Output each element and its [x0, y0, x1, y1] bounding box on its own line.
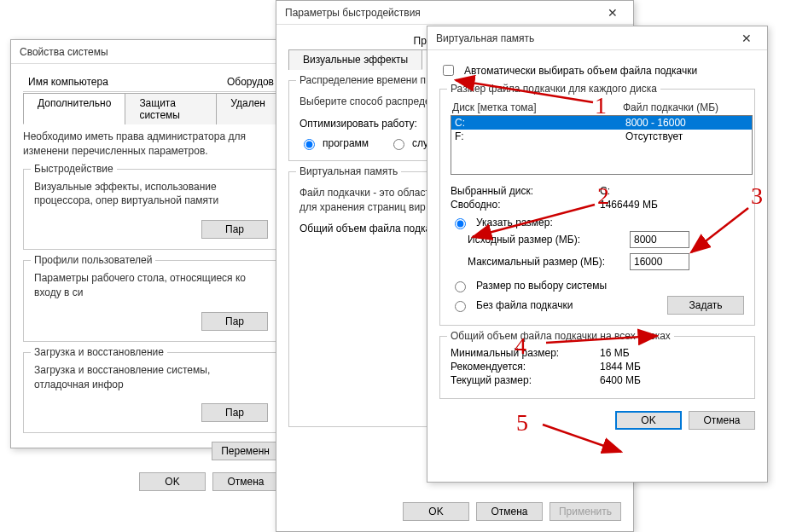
performance-desc: Визуальные эффекты, использование процес… [34, 180, 268, 209]
label-hardware: Оборудов [227, 76, 274, 88]
totals-group: Общий объем файла подкачки на всех диска… [439, 336, 755, 399]
set-button[interactable]: Задать [667, 296, 744, 315]
performance-group-title: Быстродействие [31, 163, 117, 175]
performance-options-title: Параметры быстродействия [285, 7, 596, 19]
perfopts-apply-button[interactable]: Применить [550, 502, 621, 521]
vm-title: Виртуальная память [436, 32, 730, 44]
free-space-value: 1466449 МБ [600, 199, 744, 211]
auto-manage-checkbox[interactable]: Автоматически выбирать объем файла подка… [439, 62, 755, 78]
current-size-label: Текущий размер: [451, 374, 600, 386]
radio-system-managed[interactable]: Размер по выбору системы [451, 279, 744, 292]
sysprops-cancel-button[interactable]: Отмена [212, 472, 279, 491]
vm-cancel-button[interactable]: Отмена [689, 411, 755, 430]
vm-ok-button[interactable]: OK [615, 411, 682, 430]
sysprops-ok-button[interactable]: OK [139, 472, 206, 491]
drive-list[interactable]: C: 8000 - 16000 F: Отсутствует [451, 115, 753, 175]
profiles-group: Профили пользователей Параметры рабочего… [23, 260, 279, 342]
tab-protection[interactable]: Защита системы [125, 93, 217, 124]
drive-header: Диск [метка тома] [452, 101, 623, 113]
startup-group: Загрузка и восстановление Загрузка и вос… [23, 352, 279, 434]
close-icon[interactable]: ✕ [596, 6, 630, 20]
tab-remote[interactable]: Удален [216, 93, 280, 124]
min-size-label: Минимальный размер: [451, 347, 600, 359]
label-computer-name: Имя компьютера [28, 76, 108, 88]
startup-desc: Загрузка и восстановление системы, отлад… [34, 363, 268, 392]
selected-drive-value: C: [600, 185, 744, 197]
radio-custom-size[interactable]: Указать размер: [451, 216, 744, 229]
radio-programs[interactable]: программ [299, 136, 369, 150]
per-drive-title: Размер файла подкачки для каждого диска [447, 83, 660, 95]
env-vars-button[interactable]: Переменн [212, 442, 279, 460]
admin-note: Необходимо иметь права администратора дл… [23, 130, 279, 159]
max-size-input[interactable] [630, 253, 689, 270]
per-drive-group: Размер файла подкачки для каждого диска … [439, 89, 755, 326]
initial-size-input[interactable] [630, 231, 689, 248]
tab-visual-effects[interactable]: Визуальные эффекты [288, 49, 422, 70]
selected-drive-label: Выбранный диск: [451, 185, 600, 197]
close-icon[interactable]: ✕ [730, 32, 764, 45]
max-size-label: Максимальный размер (МБ): [468, 256, 630, 268]
pagefile-header: Файл подкачки (МБ) [623, 101, 742, 113]
current-size-value: 6400 МБ [600, 374, 744, 386]
virtual-memory-dialog: Виртуальная память ✕ Автоматически выбир… [427, 26, 768, 483]
system-properties-dialog: Свойства системы Имя компьютера Оборудов… [10, 39, 292, 448]
profiles-desc: Параметры рабочего стола, относящиеся ко… [34, 271, 268, 300]
radio-no-paging[interactable]: Без файла подкачки [451, 298, 667, 312]
startup-group-title: Загрузка и восстановление [31, 346, 167, 358]
startup-settings-button[interactable]: Пар [201, 403, 268, 422]
totals-title: Общий объем файла подкачки на всех диска… [447, 330, 674, 342]
system-properties-titlebar: Свойства системы [11, 40, 291, 64]
performance-settings-button[interactable]: Пар [201, 220, 268, 239]
vm-group-title: Виртуальная память [296, 165, 401, 177]
min-size-value: 16 МБ [600, 347, 744, 359]
recommended-label: Рекомендуется: [451, 361, 600, 373]
drive-row-f[interactable]: F: Отсутствует [451, 130, 752, 143]
initial-size-label: Исходный размер (МБ): [468, 234, 630, 246]
free-space-label: Свободно: [451, 199, 600, 211]
drive-row-c[interactable]: C: 8000 - 16000 [451, 116, 752, 130]
profiles-settings-button[interactable]: Пар [201, 312, 268, 331]
performance-options-titlebar: Параметры быстродействия ✕ [276, 1, 633, 25]
performance-group: Быстродействие Визуальные эффекты, испол… [23, 169, 279, 251]
vm-titlebar: Виртуальная память ✕ [427, 26, 767, 50]
recommended-value: 1844 МБ [600, 361, 744, 373]
profiles-group-title: Профили пользователей [31, 254, 155, 266]
system-properties-title: Свойства системы [20, 46, 288, 58]
perfopts-ok-button[interactable]: OK [403, 502, 469, 521]
scheduling-title: Распределение времени п [296, 74, 429, 86]
perfopts-cancel-button[interactable]: Отмена [476, 502, 543, 521]
tab-advanced[interactable]: Дополнительно [23, 93, 125, 124]
